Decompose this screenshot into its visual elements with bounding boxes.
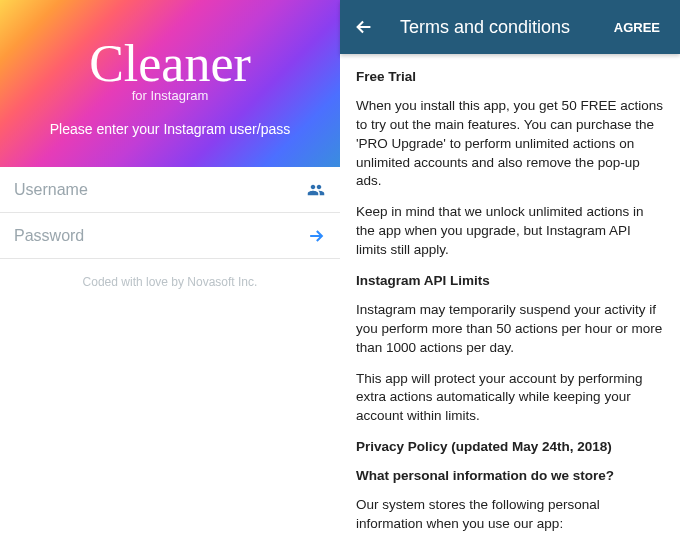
user-icon — [306, 180, 326, 200]
api-limits-heading: Instagram API Limits — [356, 272, 664, 291]
username-row — [0, 167, 340, 213]
terms-screen: Terms and conditions AGREE Free Trial Wh… — [340, 0, 680, 557]
toolbar: Terms and conditions AGREE — [340, 0, 680, 54]
password-row — [0, 213, 340, 259]
toolbar-title: Terms and conditions — [400, 17, 606, 38]
back-arrow-icon[interactable] — [352, 15, 376, 39]
login-screen: Cleaner for Instagram Please enter your … — [0, 0, 340, 557]
privacy-question: What personal information do we store? — [356, 467, 664, 486]
hero-banner: Cleaner for Instagram Please enter your … — [0, 0, 340, 167]
privacy-heading: Privacy Policy (updated May 24th, 2018) — [356, 438, 664, 457]
login-prompt: Please enter your Instagram user/pass — [50, 121, 290, 137]
footer-credit: Coded with love by Novasoft Inc. — [0, 275, 340, 289]
submit-arrow-icon[interactable] — [306, 226, 326, 246]
app-subtitle: for Instagram — [132, 88, 209, 103]
free-trial-paragraph-2: Keep in mind that we unlock unlimited ac… — [356, 203, 664, 260]
api-limits-paragraph-1: Instagram may temporarily suspend your a… — [356, 301, 664, 358]
free-trial-heading: Free Trial — [356, 68, 664, 87]
free-trial-paragraph-1: When you install this app, you get 50 FR… — [356, 97, 664, 191]
terms-body[interactable]: Free Trial When you install this app, yo… — [340, 54, 680, 557]
app-title: Cleaner — [89, 38, 251, 90]
agree-button[interactable]: AGREE — [606, 12, 668, 43]
password-input[interactable] — [14, 227, 306, 245]
username-input[interactable] — [14, 181, 306, 199]
privacy-paragraph-1: Our system stores the following personal… — [356, 496, 664, 534]
api-limits-paragraph-2: This app will protect your account by pe… — [356, 370, 664, 427]
